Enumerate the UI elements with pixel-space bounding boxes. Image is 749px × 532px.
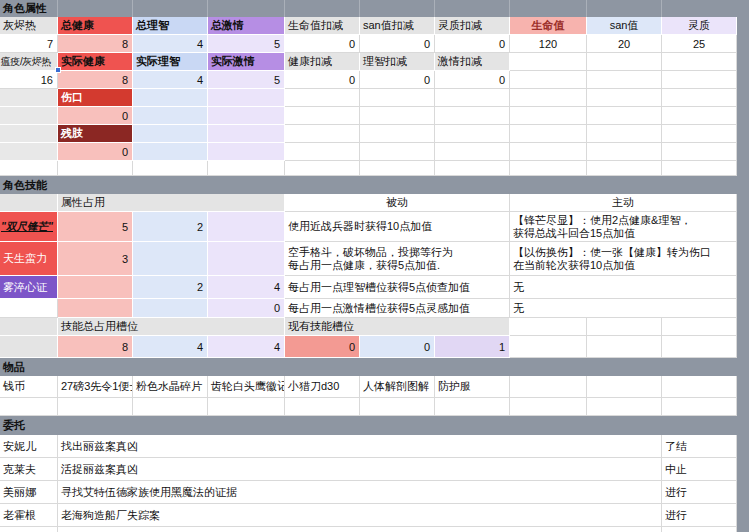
selection-handle[interactable]: [55, 67, 61, 73]
empty-cell[interactable]: [285, 143, 360, 161]
cell-hp-label[interactable]: 生命值: [510, 17, 587, 35]
empty-cell[interactable]: [587, 336, 662, 358]
cell-san-value[interactable]: 20: [587, 35, 662, 53]
cell-skill-health[interactable]: 5: [58, 212, 133, 242]
section-title-attributes[interactable]: 角色属性: [0, 0, 58, 17]
cell-commission-status[interactable]: 拒绝: [662, 527, 737, 532]
empty-cell[interactable]: [510, 71, 587, 89]
empty-cell[interactable]: [360, 398, 435, 416]
cell-plague-label[interactable]: 瘟疫/灰烬热: [0, 53, 58, 71]
empty-cell[interactable]: [587, 143, 662, 161]
empty-cell[interactable]: [0, 194, 58, 212]
bar-cell[interactable]: [360, 0, 435, 17]
section-title-commissions[interactable]: 委托: [0, 416, 737, 435]
empty-cell[interactable]: [510, 376, 587, 398]
cell-item[interactable]: 粉色水晶碎片: [133, 376, 208, 398]
empty-cell[interactable]: [587, 398, 662, 416]
cell-hp-deduct-label[interactable]: 生命值扣减: [285, 17, 360, 35]
empty-cell[interactable]: [285, 398, 360, 416]
bar-cell[interactable]: [587, 0, 662, 17]
cell-skill-name[interactable]: 雾淬心证: [0, 276, 58, 299]
cell-actual-sanity-label[interactable]: 实际理智: [133, 53, 208, 71]
cell-commission-name[interactable]: 希里: [0, 527, 58, 532]
empty-cell[interactable]: [662, 376, 737, 398]
empty-cell[interactable]: [435, 398, 510, 416]
cell-actual-health-label[interactable]: 实际健康: [58, 53, 133, 71]
cell-actual-passion-value[interactable]: 5: [208, 71, 285, 89]
empty-cell[interactable]: [0, 398, 58, 416]
cell-ash-fever-label[interactable]: 灰烬热: [0, 17, 58, 35]
cell-skill-health[interactable]: [58, 299, 133, 318]
cell-total-health-label[interactable]: 总健康: [58, 17, 133, 35]
bar-cell[interactable]: [208, 0, 285, 17]
empty-cell[interactable]: [133, 107, 208, 125]
cell-sanity-deduct-value[interactable]: 0: [360, 71, 435, 89]
cell-total-passion-label[interactable]: 总激情: [208, 17, 285, 35]
empty-cell[interactable]: [208, 143, 285, 161]
cell-san-deduct-value[interactable]: 0: [360, 35, 435, 53]
empty-cell[interactable]: [587, 53, 662, 71]
cell-skill-sanity[interactable]: [133, 242, 208, 276]
empty-cell[interactable]: [587, 71, 662, 89]
cell-spirit-value[interactable]: 25: [662, 35, 737, 53]
empty-cell[interactable]: [285, 161, 360, 176]
cell-skill-active[interactable]: 无: [510, 299, 737, 318]
cell-available-health[interactable]: 0: [285, 336, 360, 358]
empty-cell[interactable]: [510, 161, 587, 176]
empty-cell[interactable]: [58, 161, 133, 176]
cell-skill-passive[interactable]: 每占用一点激情槽位获得5点灵感加值: [285, 299, 510, 318]
cell-hp-deduct-value[interactable]: 0: [285, 35, 360, 53]
cell-total-health-value[interactable]: 8: [58, 35, 133, 53]
cell-money-label[interactable]: 钱币: [0, 376, 58, 398]
cell-wound-value[interactable]: 0: [58, 107, 133, 125]
cell-total-sanity-value[interactable]: 4: [133, 35, 208, 53]
empty-cell[interactable]: [0, 161, 58, 176]
empty-cell[interactable]: [510, 89, 587, 107]
empty-cell[interactable]: [662, 107, 737, 125]
empty-cell[interactable]: [0, 89, 58, 107]
empty-cell[interactable]: [662, 71, 737, 89]
cell-available-label[interactable]: 现有技能槽位: [285, 318, 510, 336]
empty-cell[interactable]: [208, 161, 285, 176]
cell-commission-status[interactable]: 中止: [662, 458, 737, 481]
empty-cell[interactable]: [58, 398, 133, 416]
section-title-items[interactable]: 物品: [0, 358, 737, 376]
cell-passion-deduct-value[interactable]: 0: [435, 71, 510, 89]
empty-cell[interactable]: [662, 336, 737, 358]
cell-health-deduct-label[interactable]: 健康扣减: [285, 53, 360, 71]
empty-cell[interactable]: [662, 161, 737, 176]
cell-crippled-label[interactable]: 残肢: [58, 125, 133, 143]
cell-skill-active[interactable]: 无: [510, 276, 737, 299]
empty-cell[interactable]: [0, 318, 58, 336]
empty-cell[interactable]: [133, 143, 208, 161]
empty-cell[interactable]: [510, 125, 587, 143]
empty-cell[interactable]: [662, 125, 737, 143]
empty-cell[interactable]: [435, 143, 510, 161]
cell-commission-task[interactable]: 老海狗造船厂失踪案: [58, 504, 662, 527]
cell-skill-sanity[interactable]: 2: [133, 212, 208, 242]
cell-actual-health-value[interactable]: 8: [58, 71, 133, 89]
cell-commission-name[interactable]: 克莱夫: [0, 458, 58, 481]
cell-spirit-label[interactable]: 灵质: [662, 17, 737, 35]
cell-actual-sanity-value[interactable]: 4: [133, 71, 208, 89]
empty-cell[interactable]: [510, 336, 587, 358]
empty-cell[interactable]: [587, 125, 662, 143]
cell-skill-health[interactable]: [58, 276, 133, 299]
cell-item[interactable]: 小猎刀d30: [285, 376, 360, 398]
empty-cell[interactable]: [0, 107, 58, 125]
cell-total-used-sanity[interactable]: 4: [133, 336, 208, 358]
cell-commission-task[interactable]: 调查弗吉尼亚家族的矿山，找回异化的怪异工人: [58, 527, 662, 532]
cell-active-header[interactable]: 主动: [510, 194, 737, 212]
empty-cell[interactable]: [360, 107, 435, 125]
cell-commission-status[interactable]: 了结: [662, 435, 737, 458]
cell-commission-task[interactable]: 找出丽兹案真凶: [58, 435, 662, 458]
empty-cell[interactable]: [510, 53, 587, 71]
cell-passive-header[interactable]: 被动: [285, 194, 510, 212]
cell-total-sanity-label[interactable]: 总理智: [133, 17, 208, 35]
cell-skill-active[interactable]: 【以伤换伤】：使一张【健康】转为伤口 在当前轮次获得10点加值: [510, 242, 737, 276]
cell-total-used-passion[interactable]: 4: [208, 336, 285, 358]
cell-skill-sanity[interactable]: 2: [133, 276, 208, 299]
cell-health-deduct-value[interactable]: 0: [285, 71, 360, 89]
empty-cell[interactable]: [133, 161, 208, 176]
empty-cell[interactable]: [435, 107, 510, 125]
